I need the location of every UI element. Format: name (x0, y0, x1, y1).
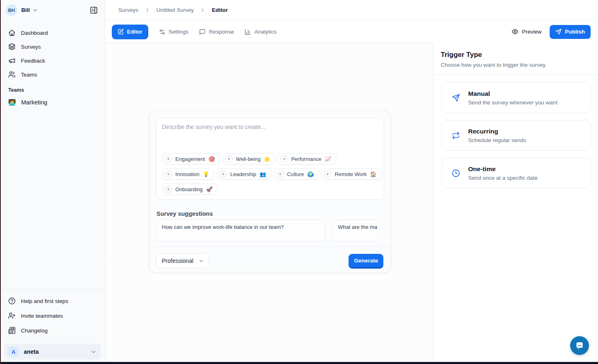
preview-label: Preview (522, 29, 541, 35)
chip-label: Innovation (175, 171, 199, 177)
trigger-panel-header: Trigger Type Choose how you want to trig… (433, 43, 598, 75)
divider (5, 341, 100, 341)
chevron-right-icon (145, 7, 150, 13)
chip-label: Leadership (230, 171, 256, 177)
topic-chip-culture[interactable]: Culture 🌍 (274, 168, 319, 180)
generate-button[interactable]: Generate (349, 254, 383, 267)
trigger-option-recurring[interactable]: Recurring Schedule regular sends (442, 120, 591, 151)
tab-analytics[interactable]: Analytics (245, 29, 276, 35)
plus-icon (165, 170, 172, 178)
suggestions-carousel: How can we improve work-life balance in … (156, 219, 377, 242)
sidebar-item-dashboard[interactable]: Dashboard (4, 26, 101, 40)
repeat-icon (452, 131, 460, 140)
workspace-switcher[interactable]: BH Bill (0, 0, 105, 20)
chip-emoji: 🏠 (370, 171, 376, 177)
option-description: Send once at a specific date (468, 175, 538, 181)
chip-label: Remote Work (335, 171, 367, 177)
topic-chips: Engagement 🎯 Well-being 🌟 Performance 📈 (162, 149, 380, 195)
home-icon (8, 29, 16, 36)
sidebar-item-changelog[interactable]: Changelog (4, 323, 101, 338)
plus-icon (165, 155, 172, 163)
team-label: Marketing (21, 99, 48, 106)
megaphone-icon (8, 57, 16, 64)
topic-chip-well-being[interactable]: Well-being 🌟 (223, 153, 275, 165)
tab-response[interactable]: Response (199, 29, 234, 35)
chevron-down-icon (91, 349, 97, 355)
editor-canvas: Engagement 🎯 Well-being 🌟 Performance 📈 (105, 43, 433, 364)
chevron-down-icon (198, 258, 204, 264)
tab-label: Editor (127, 29, 143, 35)
sidebar-item-label: Dashboard (21, 30, 48, 36)
panel-subtitle: Choose how you want to trigger the surve… (441, 62, 591, 68)
suggestion-card[interactable]: How can we improve work-life balance in … (156, 219, 325, 242)
window-bottom-edge (0, 362, 598, 364)
collapse-sidebar-button[interactable] (88, 5, 99, 16)
sidebar-item-feedback[interactable]: Feedback (4, 54, 101, 68)
message-icon (199, 29, 206, 35)
trigger-option-manual[interactable]: Manual Send the survey whenever you want (442, 82, 591, 113)
toolbar-actions: Preview Publish (512, 25, 591, 39)
publish-label: Publish (565, 29, 585, 35)
option-description: Send the survey whenever you want (468, 99, 557, 106)
trigger-option-one-time[interactable]: One-time Send once at a specific date (442, 158, 591, 188)
clock-icon (452, 169, 460, 177)
topic-chip-remote-work[interactable]: Remote Work 🏠 (322, 168, 381, 180)
tone-select[interactable]: Professional (156, 253, 209, 268)
plus-icon (324, 170, 331, 178)
settings-icon (159, 29, 165, 35)
app-window: BH Bill Dashboard Surveys (0, 0, 598, 364)
chip-emoji: 📈 (325, 156, 331, 162)
sidebar-item-surveys[interactable]: Surveys (4, 40, 101, 54)
user-menu[interactable]: A aneta (4, 344, 101, 359)
chip-emoji: 🌟 (264, 156, 270, 162)
send-icon (555, 29, 562, 35)
tab-label: Response (209, 29, 234, 35)
topic-chip-performance[interactable]: Performance 📈 (278, 153, 336, 165)
workspace-avatar: BH (6, 5, 17, 16)
topic-chip-engagement[interactable]: Engagement 🎯 (162, 153, 220, 165)
chip-emoji: 👥 (260, 171, 266, 177)
tab-editor[interactable]: Editor (112, 25, 148, 39)
topic-chip-onboarding[interactable]: Onboarding 🚀 (162, 183, 217, 195)
tone-selected-value: Professional (162, 258, 193, 264)
chip-label: Well-being (236, 156, 260, 162)
suggestion-card[interactable]: What are the main ob (332, 219, 377, 242)
chip-label: Culture (287, 171, 304, 177)
chevron-down-icon (32, 7, 38, 13)
breadcrumb-surveys[interactable]: Surveys (118, 7, 138, 13)
edit-icon (118, 29, 124, 35)
sidebar-item-team-marketing[interactable]: 🧑‍💻 Marketing (4, 96, 101, 109)
chevron-right-icon (200, 7, 206, 13)
suggestions-title: Survey suggestions (156, 210, 213, 217)
user-plus-icon (8, 312, 16, 319)
preview-button[interactable]: Preview (512, 28, 541, 35)
publish-button[interactable]: Publish (550, 25, 591, 39)
survey-prompt-input[interactable] (162, 124, 378, 147)
sidebar-item-help[interactable]: Help and first steps (4, 294, 101, 308)
user-name: aneta (24, 348, 39, 355)
tab-label: Settings (169, 29, 189, 35)
topic-chip-leadership[interactable]: Leadership 👥 (217, 168, 271, 180)
newspaper-icon (8, 327, 16, 334)
sidebar-item-label: Invite teammates (21, 313, 63, 319)
sidebar-item-label: Teams (21, 72, 37, 78)
tab-settings[interactable]: Settings (159, 29, 189, 35)
team-emoji: 🧑‍💻 (8, 99, 16, 106)
plus-icon (165, 185, 172, 193)
chat-launcher-button[interactable] (570, 336, 589, 355)
plus-icon (225, 155, 233, 163)
sidebar-item-label: Surveys (21, 44, 41, 50)
sidebar-item-invite[interactable]: Invite teammates (4, 308, 101, 323)
sidebar-item-teams[interactable]: Teams (4, 68, 101, 81)
editor-toolbar: Editor Settings Response Analytics (105, 20, 598, 43)
breadcrumb: Surveys Untitled Survey Editor (105, 0, 598, 20)
breadcrumb-untitled-survey[interactable]: Untitled Survey (156, 7, 194, 13)
chip-emoji: 🌍 (307, 171, 314, 177)
chip-label: Onboarding (175, 186, 203, 192)
option-description: Schedule regular sends (468, 137, 526, 143)
plus-icon (281, 155, 288, 163)
sidebar-item-label: Help and first steps (21, 298, 68, 304)
option-title: Recurring (468, 128, 526, 135)
panel-title: Trigger Type (441, 51, 591, 59)
topic-chip-innovation[interactable]: Innovation 💡 (162, 168, 214, 180)
